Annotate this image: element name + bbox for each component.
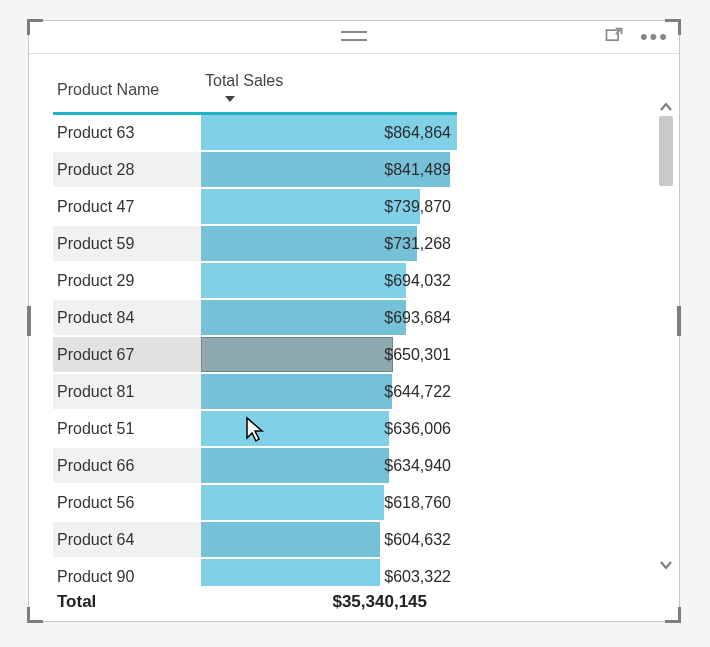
sales-value-label: $604,632 [384, 531, 451, 549]
table-row[interactable]: Product 59$731,268 [53, 225, 457, 262]
table-row[interactable]: Product 84$693,684 [53, 299, 457, 336]
total-sales-cell: $739,870 [201, 188, 457, 225]
product-name-cell: Product 66 [53, 447, 201, 484]
table-row[interactable]: Product 56$618,760 [53, 484, 457, 521]
sales-value-label: $644,722 [384, 383, 451, 401]
data-bar [201, 337, 393, 372]
total-sales-cell: $618,760 [201, 484, 457, 521]
sales-value-label: $636,006 [384, 420, 451, 438]
data-bar [201, 300, 406, 335]
drag-grip-icon[interactable] [341, 31, 367, 41]
product-name-cell: Product 63 [53, 115, 201, 151]
visual-header: ••• [29, 21, 679, 54]
table-row[interactable]: Product 51$636,006 [53, 410, 457, 447]
total-sales-cell: $634,940 [201, 447, 457, 484]
scrollbar-track[interactable] [659, 116, 673, 556]
table-total-row: Total $35,340,145 [53, 586, 433, 616]
more-options-icon[interactable]: ••• [640, 27, 669, 47]
table-row[interactable]: Product 47$739,870 [53, 188, 457, 225]
product-name-cell: Product 59 [53, 225, 201, 262]
product-name-cell: Product 67 [53, 336, 201, 373]
table-row[interactable]: Product 63$864,864 [53, 115, 457, 151]
table-visual-container[interactable]: ••• Product Name Total Sales [28, 20, 680, 622]
total-sales-cell: $693,684 [201, 299, 457, 336]
data-bar [201, 485, 384, 520]
column-header-label: Total Sales [205, 72, 283, 89]
sales-value-label: $864,864 [384, 124, 451, 142]
sales-value-label: $650,301 [384, 346, 451, 364]
product-name-cell: Product 84 [53, 299, 201, 336]
product-name-cell: Product 29 [53, 262, 201, 299]
table-row[interactable]: Product 90$603,322 [53, 558, 457, 586]
total-sales-cell: $650,301 [201, 336, 457, 373]
table-header-row: Product Name Total Sales [53, 66, 457, 112]
total-sales-cell: $694,032 [201, 262, 457, 299]
table-row[interactable]: Product 66$634,940 [53, 447, 457, 484]
table-scroll-viewport: Product Name Total Sales Product 63$864,… [53, 66, 655, 586]
focus-mode-icon[interactable] [604, 26, 624, 49]
scroll-down-icon[interactable] [657, 556, 675, 574]
data-bar [201, 263, 406, 298]
sales-value-label: $694,032 [384, 272, 451, 290]
table-row[interactable]: Product 64$604,632 [53, 521, 457, 558]
sales-table: Product Name Total Sales Product 63$864,… [53, 66, 457, 586]
total-sales-cell: $731,268 [201, 225, 457, 262]
data-bar [201, 559, 380, 586]
data-bar [201, 374, 392, 409]
total-value: $35,340,145 [189, 592, 433, 612]
column-header-total-sales[interactable]: Total Sales [201, 66, 457, 112]
table-row[interactable]: Product 67$650,301 [53, 336, 457, 373]
table-row[interactable]: Product 29$694,032 [53, 262, 457, 299]
total-sales-cell: $603,322 [201, 558, 457, 586]
total-sales-cell: $644,722 [201, 373, 457, 410]
product-name-cell: Product 90 [53, 558, 201, 586]
svg-rect-0 [606, 30, 618, 40]
product-name-cell: Product 47 [53, 188, 201, 225]
sales-value-label: $731,268 [384, 235, 451, 253]
sales-value-label: $739,870 [384, 198, 451, 216]
scrollbar-thumb[interactable] [659, 116, 673, 186]
column-header-product-name[interactable]: Product Name [53, 66, 201, 112]
sales-value-label: $693,684 [384, 309, 451, 327]
sort-desc-icon [225, 96, 235, 102]
total-sales-cell: $604,632 [201, 521, 457, 558]
vertical-scrollbar[interactable] [657, 98, 675, 574]
column-header-label: Product Name [57, 81, 159, 98]
sales-value-label: $618,760 [384, 494, 451, 512]
sales-value-label: $634,940 [384, 457, 451, 475]
total-sales-cell: $841,489 [201, 151, 457, 188]
product-name-cell: Product 64 [53, 521, 201, 558]
total-sales-cell: $864,864 [201, 115, 457, 151]
total-label: Total [53, 592, 189, 612]
sales-value-label: $841,489 [384, 161, 451, 179]
data-bar [201, 448, 389, 483]
product-name-cell: Product 28 [53, 151, 201, 188]
product-name-cell: Product 51 [53, 410, 201, 447]
data-bar [201, 411, 389, 446]
sales-value-label: $603,322 [384, 568, 451, 586]
product-name-cell: Product 81 [53, 373, 201, 410]
table-row[interactable]: Product 28$841,489 [53, 151, 457, 188]
data-bar [201, 522, 380, 557]
product-name-cell: Product 56 [53, 484, 201, 521]
scroll-up-icon[interactable] [657, 98, 675, 116]
total-sales-cell: $636,006 [201, 410, 457, 447]
table-row[interactable]: Product 81$644,722 [53, 373, 457, 410]
